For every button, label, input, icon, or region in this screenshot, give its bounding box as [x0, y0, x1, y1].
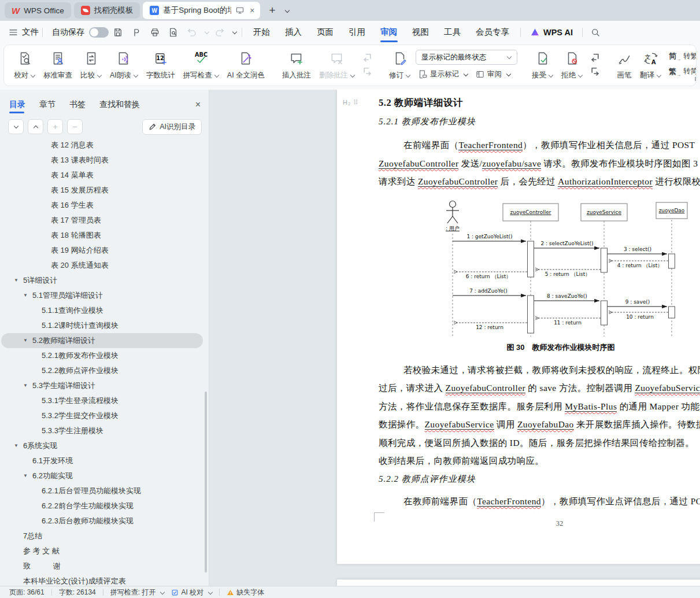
toc-item[interactable]: 表 13 课表时间表 [1, 153, 203, 168]
menu-item-view[interactable]: 视图 [405, 21, 436, 43]
print-icon[interactable] [150, 27, 160, 38]
close-tab-icon[interactable]: × [249, 6, 255, 15]
previous-comment-button[interactable] [360, 50, 375, 64]
compare-button[interactable]: 比较 [76, 48, 106, 82]
document-page[interactable]: H₂ ⠿ 5.2 教师端详细设计 5.2.1 教师发布作业模块 在前端界面（Te… [337, 90, 700, 564]
page-indicator[interactable]: 页面: 36/61 [9, 588, 45, 597]
toc-item[interactable]: 5.3.3学生注册模块 [1, 423, 203, 438]
menu-item-insert[interactable]: 插入 [277, 21, 309, 43]
toc-item[interactable]: 6.2.1后台管理员功能模块实现 [1, 483, 203, 499]
standard-review-button[interactable]: 标准审查 [39, 48, 76, 82]
wps-ai-button[interactable]: WPS AI [524, 27, 579, 37]
collapse-arrow-icon[interactable]: ▼ [14, 273, 18, 288]
accept-changes-button[interactable]: 接受 [528, 48, 557, 82]
menu-item-reference[interactable]: 引用 [341, 21, 373, 43]
collapse-arrow-icon[interactable]: ▼ [23, 468, 28, 483]
print-preview-icon[interactable] [168, 27, 179, 38]
ai-proofread-status[interactable]: AI 校对 [171, 588, 212, 597]
missing-font-warning[interactable]: 缺失字体 [227, 588, 264, 597]
toc-item[interactable]: ▼5.3学生端详细设计 [1, 378, 203, 393]
save-icon[interactable] [113, 27, 123, 38]
toc-item[interactable]: 表 20 系统通知表 [1, 258, 203, 273]
ink-brush-button[interactable]: 画笔 [613, 48, 636, 82]
menu-item-member[interactable]: 会员专享 [468, 21, 517, 43]
reject-changes-button[interactable]: 拒绝 [557, 48, 587, 82]
toc-item[interactable]: 表 12 消息表 [1, 138, 203, 153]
sidebar-close-icon[interactable]: × [195, 99, 201, 110]
sidebar-tab-find-replace[interactable]: 查找和替换 [99, 93, 140, 116]
toc-item[interactable]: 5.3.2学生提交作业模块 [1, 408, 203, 423]
show-markup-button[interactable]: 显示标记 [416, 68, 471, 80]
toc-item[interactable]: 参 考 文 献 [1, 544, 203, 559]
export-pdf-icon[interactable] [131, 27, 142, 38]
toc-item[interactable]: 5.2.2教师点评作业模块 [1, 363, 203, 378]
toc-previous-heading-button[interactable] [28, 119, 43, 134]
collapse-arrow-icon[interactable]: ▼ [23, 333, 28, 348]
toc-item[interactable]: ▼5详细设计 [1, 273, 203, 288]
tab-docer-templates[interactable]: 找稻壳模板 [74, 2, 140, 19]
toc-item[interactable]: 表 18 轮播图表 [1, 228, 203, 243]
next-comment-button[interactable] [360, 64, 375, 77]
toc-item[interactable]: 表 15 发展历程表 [1, 183, 203, 198]
review-pane-button[interactable]: 审阅 [473, 68, 513, 80]
ai-recognize-toc-button[interactable]: AI识别目录 [142, 119, 202, 135]
word-count-button[interactable]: 12 字数统计 [142, 48, 179, 82]
spell-check-status[interactable]: 拼写检查: 打开 [110, 588, 165, 597]
new-tab-button[interactable]: + [269, 4, 275, 17]
toc-item[interactable]: 表 17 管理员表 [1, 213, 203, 228]
to-traditional-button[interactable]: 简→ 转繁 [666, 50, 697, 63]
toc-item[interactable]: 6.1开发环境 [1, 453, 203, 468]
markup-state-dropdown[interactable]: 显示标记的最终状态 [416, 50, 517, 65]
collapse-arrow-icon[interactable]: ▼ [23, 378, 28, 393]
next-change-button[interactable] [588, 64, 602, 77]
toc-item[interactable]: ▼5.1管理员端详细设计 [1, 288, 203, 303]
sidebar-tab-bookmarks[interactable]: 书签 [69, 93, 86, 116]
quick-access-chevron-icon[interactable] [230, 28, 237, 36]
toc-item[interactable]: 本科毕业论文(设计)成绩评定表 [1, 574, 203, 586]
tab-list-chevron-icon[interactable] [283, 6, 290, 15]
delete-comment-button[interactable]: 删除批注 [315, 48, 359, 82]
toc-item[interactable]: 5.1.2课时统计查询模块 [1, 318, 203, 333]
toc-item[interactable]: 6.2.3后台教师功能模块实现 [1, 514, 203, 529]
toc-item[interactable]: 表 14 菜单表 [1, 168, 203, 183]
menu-item-tools[interactable]: 工具 [436, 21, 468, 43]
tab-wps-office[interactable]: W WPS Office [5, 2, 71, 19]
toc-item[interactable]: 致 谢 [1, 559, 203, 574]
toc-item[interactable]: 5.1.1查询作业模块 [1, 303, 203, 318]
undo-icon[interactable] [187, 27, 197, 38]
sidebar-tab-chapters[interactable]: 章节 [39, 93, 55, 116]
ai-polish-button[interactable]: AI 全文润色 [223, 48, 269, 82]
autosave-toggle[interactable] [89, 27, 109, 38]
document-area[interactable]: H₂ ⠿ 5.2 教师端详细设计 5.2.1 教师发布作业模块 在前端界面（Te… [209, 90, 700, 586]
toc-item[interactable]: 6.2.2前台学生功能模块实现 [1, 499, 203, 514]
toc-next-heading-button[interactable] [8, 119, 24, 134]
toc-item[interactable]: 5.2.1教师发布作业模块 [1, 348, 203, 363]
toc-item[interactable]: 5.3.1学生登录流程模块 [1, 393, 203, 408]
screen-share-icon[interactable] [235, 6, 245, 15]
menu-item-page[interactable]: 页面 [309, 21, 341, 43]
menu-item-review[interactable]: 审阅 [373, 21, 405, 43]
toc-item[interactable]: ▼6.2功能实现 [1, 468, 203, 483]
toc-item[interactable]: ▼5.2教师端详细设计 [1, 333, 203, 348]
sidebar-scrollbar-thumb[interactable] [205, 392, 207, 573]
sidebar-tab-contents[interactable]: 目录 [9, 93, 25, 116]
redo-icon[interactable] [214, 27, 225, 38]
collapse-arrow-icon[interactable]: ▼ [23, 288, 28, 303]
proofread-button[interactable]: 校对 [10, 48, 39, 82]
tab-document[interactable]: W 基于Spring Boot的培训机构 × [143, 2, 260, 19]
heading-level-badge[interactable]: H₂ ⠿ [343, 99, 358, 106]
menu-item-home[interactable]: 开始 [246, 21, 277, 43]
toc-item[interactable]: 7总结 [1, 529, 203, 544]
collapse-arrow-icon[interactable]: ▼ [14, 438, 18, 453]
to-simplified-button[interactable]: 繁→ 转简 [666, 65, 697, 79]
insert-comment-button[interactable]: 插入批注 [278, 48, 315, 82]
track-changes-button[interactable]: 修订 [385, 48, 414, 82]
undo-chevron-icon[interactable] [202, 28, 209, 36]
toc-collapse-button[interactable]: − [67, 119, 83, 134]
toc-item[interactable]: 表 19 网站介绍表 [1, 243, 203, 258]
dialog-launcher-icon[interactable] [694, 75, 697, 83]
spell-check-button[interactable]: ABC 拼写检查 [179, 48, 223, 82]
previous-change-button[interactable] [588, 50, 602, 64]
toc-expand-button[interactable]: + [47, 119, 63, 134]
toc-item[interactable]: 表 16 学生表 [1, 198, 203, 213]
